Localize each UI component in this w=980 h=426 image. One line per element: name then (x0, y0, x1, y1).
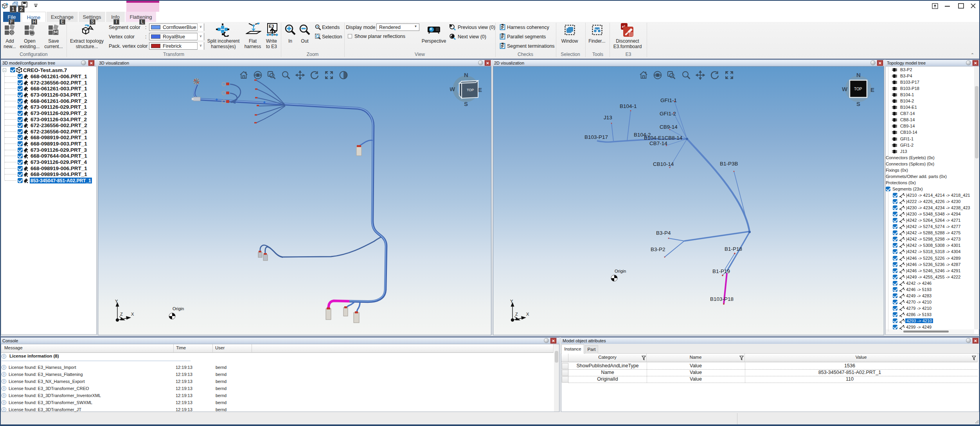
svg-text:X: X (526, 312, 529, 316)
svg-text:Y: Y (115, 299, 118, 304)
svg-text:E3: E3 (269, 24, 274, 29)
svg-text:Origin: Origin (173, 306, 184, 311)
svg-text:Z: Z (515, 312, 518, 316)
svg-text:X: X (131, 312, 134, 316)
svg-text:Y: Y (510, 299, 513, 304)
svg-text:Z: Z (120, 312, 123, 316)
svg-text:Origin: Origin (615, 269, 626, 273)
